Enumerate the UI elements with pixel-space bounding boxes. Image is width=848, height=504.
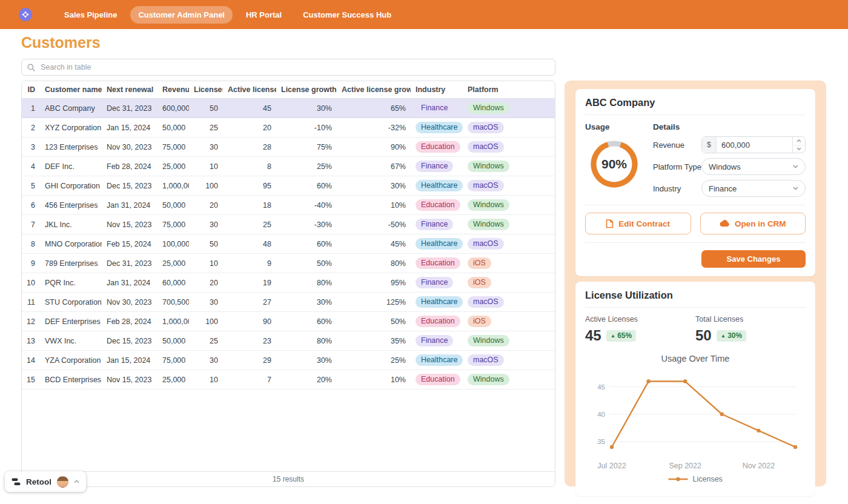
cell-customer-name[interactable]: XYZ Corporation [40,118,102,138]
cell-active-license-growth[interactable]: 95% [337,273,411,293]
cell-license-growth[interactable]: -40% [276,196,337,215]
column-header-customer-name[interactable]: Customer name [40,81,102,99]
stepper-down-icon[interactable] [793,145,805,153]
cell-next-renewal[interactable]: Feb 28, 2024 [102,312,157,331]
cell-licenses[interactable]: 30 [189,351,223,370]
column-header-revenue[interactable]: Revenue [157,81,189,99]
stepper-up-icon[interactable] [793,137,805,145]
cell-industry[interactable]: Education [411,370,463,390]
nav-tab-customer-admin-panel[interactable]: Customer Admin Panel [130,6,233,24]
column-header-license-growth[interactable]: License growth [276,81,337,99]
cell-active-license-growth[interactable]: 50% [337,312,411,331]
cell-id[interactable]: 12 [22,312,40,331]
cell-industry[interactable]: Finance [411,273,463,293]
cell-active-licenses[interactable]: 18 [223,196,276,215]
cell-id[interactable]: 13 [22,331,40,351]
cell-active-licenses[interactable]: 9 [223,254,276,273]
cell-industry[interactable]: Healthcare [411,118,463,138]
cell-licenses[interactable]: 50 [189,99,223,118]
platform-type-select[interactable]: Windows [701,158,806,175]
cell-platform[interactable]: Windows [463,196,555,215]
column-header-active-licenses[interactable]: Active licenses [223,81,276,99]
cell-revenue[interactable]: 60,000 [157,273,189,293]
cell-customer-name[interactable]: PQR Inc. [40,273,102,293]
cell-industry[interactable]: Finance [411,157,463,176]
cell-active-license-growth[interactable]: 10% [337,196,411,215]
cell-licenses[interactable]: 30 [189,293,223,312]
cell-licenses[interactable]: 10 [189,254,223,273]
open-in-crm-button[interactable]: Open in CRM [700,213,806,234]
cell-active-license-growth[interactable]: 65% [337,99,411,118]
cell-id[interactable]: 8 [22,234,40,254]
nav-tab-customer-success-hub[interactable]: Customer Success Hub [295,6,399,24]
cell-platform[interactable]: Windows [463,215,555,234]
cell-platform[interactable]: macOS [463,293,555,312]
cell-revenue[interactable]: 50,000 [157,196,189,215]
cell-customer-name[interactable]: GHI Corporation [40,176,102,196]
table-row[interactable]: 10PQR Inc.Jan 31, 202460,000201980%95%Fi… [22,273,555,293]
cell-licenses[interactable]: 50 [189,234,223,254]
column-header-id[interactable]: ID [22,81,40,99]
cell-active-license-growth[interactable]: 125% [337,293,411,312]
cell-industry[interactable]: Education [411,196,463,215]
cell-industry[interactable]: Education [411,138,463,157]
cell-industry[interactable]: Healthcare [411,176,463,196]
cell-license-growth[interactable]: 80% [276,273,337,293]
cell-next-renewal[interactable]: Nov 30, 2023 [102,293,157,312]
cell-active-license-growth[interactable]: 45% [337,234,411,254]
cell-industry[interactable]: Finance [411,215,463,234]
cell-platform[interactable]: macOS [463,234,555,254]
edit-contract-button[interactable]: Edit Contract [585,213,691,234]
cell-licenses[interactable]: 100 [189,312,223,331]
table-row[interactable]: 5GHI CorporationDec 15, 20231,000,000100… [22,176,555,196]
cell-active-license-growth[interactable]: 80% [337,254,411,273]
cell-next-renewal[interactable]: Dec 31, 2023 [102,254,157,273]
cell-industry[interactable]: Education [411,312,463,331]
cell-platform[interactable]: Windows [463,99,555,118]
table-row[interactable]: 15BCD EnterprisesNov 15, 202325,00010720… [22,370,555,390]
cell-customer-name[interactable]: JKL Inc. [40,215,102,234]
cell-revenue[interactable]: 25,000 [157,370,189,390]
cell-next-renewal[interactable]: Feb 15, 2024 [102,234,157,254]
cell-platform[interactable]: macOS [463,176,555,196]
app-logo[interactable] [19,8,32,21]
cell-active-licenses[interactable]: 20 [223,118,276,138]
cell-active-license-growth[interactable]: 10% [337,370,411,390]
cell-license-growth[interactable]: 20% [276,370,337,390]
cell-license-growth[interactable]: 60% [276,176,337,196]
cell-id[interactable]: 15 [22,370,40,390]
cell-id[interactable]: 14 [22,351,40,370]
cell-license-growth[interactable]: 75% [276,138,337,157]
table-row[interactable]: 2XYZ CorporationJan 15, 202450,0002520-1… [22,118,555,138]
cell-active-license-growth[interactable]: 30% [337,176,411,196]
cell-license-growth[interactable]: 25% [276,157,337,176]
cell-revenue[interactable]: 75,000 [157,138,189,157]
cell-industry[interactable]: Healthcare [411,351,463,370]
table-row[interactable]: 9789 EnterprisesDec 31, 202325,00010950%… [22,254,555,273]
table-row[interactable]: 6456 EnterprisesJan 31, 202450,0002018-4… [22,196,555,215]
cell-active-licenses[interactable]: 28 [223,138,276,157]
cell-licenses[interactable]: 10 [189,370,223,390]
cell-platform[interactable]: Windows [463,157,555,176]
table-row[interactable]: 3123 EnterprisesNov 30, 202375,000302875… [22,138,555,157]
cell-active-licenses[interactable]: 25 [223,215,276,234]
cell-license-growth[interactable]: 60% [276,234,337,254]
nav-tab-sales-pipeline[interactable]: Sales Pipeline [56,6,125,24]
cell-platform[interactable]: iOS [463,312,555,331]
cell-platform[interactable]: Windows [463,370,555,390]
cell-license-growth[interactable]: 30% [276,293,337,312]
cell-license-growth[interactable]: -10% [276,118,337,138]
column-header-licenses[interactable]: Licenses [189,81,223,99]
cell-licenses[interactable]: 25 [189,331,223,351]
cell-licenses[interactable]: 25 [189,118,223,138]
cell-customer-name[interactable]: ABC Company [40,99,102,118]
number-stepper[interactable] [792,137,805,153]
cell-revenue[interactable]: 75,000 [157,351,189,370]
cell-platform[interactable]: macOS [463,351,555,370]
cell-active-licenses[interactable]: 8 [223,157,276,176]
cell-revenue[interactable]: 75,000 [157,215,189,234]
cell-licenses[interactable]: 100 [189,176,223,196]
cell-industry[interactable]: Finance [411,331,463,351]
table-row[interactable]: 8MNO CorporationFeb 15, 2024100,00050486… [22,234,555,254]
cell-customer-name[interactable]: STU Corporation [40,293,102,312]
